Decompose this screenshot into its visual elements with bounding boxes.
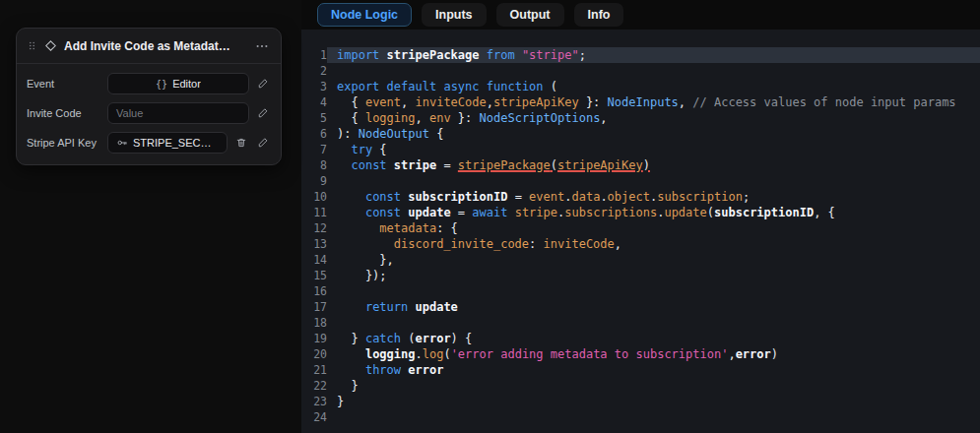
editor-tabs: Node LogicInputsOutputInfo [301,0,980,30]
code-line[interactable]: 15 }); [301,268,980,283]
tab-node-logic[interactable]: Node Logic [317,3,412,27]
key-icon [116,137,128,149]
code-line[interactable]: 19 } catch (error) { [301,331,980,346]
line-number: 2 [301,63,327,79]
field-value: Editor [172,78,201,90]
code-line-content: const stripe = stripePackage(stripeApiKe… [327,157,980,173]
line-number: 21 [301,362,327,378]
code-line-content: { logging, env }: NodeScriptOptions, [327,110,980,126]
app-window: Add Invite Code as Metadat… Event{}Edito… [0,0,980,433]
code-line[interactable]: 14 }, [301,252,980,268]
line-number: 6 [301,126,327,142]
field-stripe-api-key[interactable]: STRIPE_SECRE... [107,132,228,154]
code-line-content [327,409,980,425]
code-line[interactable]: 23} [301,394,980,409]
code-line-content: const update = await stripe.subscription… [327,205,980,220]
delete-button[interactable] [233,135,249,151]
code-line[interactable]: 18 [301,315,980,331]
line-number: 18 [301,315,327,331]
edit-button[interactable] [255,76,271,92]
tab-info[interactable]: Info [574,3,624,27]
field-row-invite-code: Invite CodeValue [27,101,271,125]
code-line[interactable]: 1import stripePackage from "stripe"; [301,47,980,63]
node-type-icon [44,39,57,52]
line-number: 11 [301,205,327,220]
line-number: 1 [301,47,327,63]
field-invite-code[interactable]: Value [107,102,249,124]
code-line[interactable]: 21 throw error [301,362,980,378]
code-line-content: }, [327,252,980,268]
field-placeholder: Value [116,107,143,119]
field-value: STRIPE_SECRE... [133,137,219,149]
pencil-icon [257,137,269,149]
line-number: 16 [301,283,327,299]
node-card[interactable]: Add Invite Code as Metadat… Event{}Edito… [16,28,282,165]
code-line-content: } [327,394,980,409]
field-row-event: Event{}Editor [27,72,271,95]
edit-button[interactable] [255,105,271,121]
field-label: Stripe API Key [27,137,101,149]
code-line[interactable]: 22 } [301,378,980,394]
code-line[interactable]: 12 metadata: { [301,220,980,236]
code-line[interactable]: 13 discord_invite_code: inviteCode, [301,236,980,252]
line-number: 17 [301,299,327,315]
ellipsis-icon [255,39,269,53]
canvas-panel: Add Invite Code as Metadat… Event{}Edito… [0,0,301,433]
field-label: Invite Code [27,107,101,119]
line-number: 22 [301,378,327,394]
braces-icon: {} [156,79,167,90]
code-line[interactable]: 4 { event, inviteCode,stripeApiKey }: No… [301,94,980,110]
code-line-content: export default async function ( [327,79,980,94]
drag-handle-icon[interactable] [27,40,37,51]
line-number: 10 [301,189,327,205]
line-number: 12 [301,220,327,236]
code-line[interactable]: 10 const subscriptionID = event.data.obj… [301,189,980,205]
code-line-content: { event, inviteCode,stripeApiKey }: Node… [327,94,980,110]
line-number: 13 [301,236,327,252]
node-title: Add Invite Code as Metadat… [64,39,246,53]
code-line[interactable]: 24 [301,409,980,425]
code-area[interactable]: 1import stripePackage from "stripe";23ex… [301,30,980,433]
code-line[interactable]: 7 try { [301,142,980,157]
code-line[interactable]: 16 [301,283,980,299]
field-label: Event [27,78,101,90]
trash-icon [235,137,247,149]
tab-inputs[interactable]: Inputs [422,3,487,27]
line-number: 15 [301,268,327,283]
code-line-content [327,173,980,189]
code-line-content: }); [327,268,980,283]
field-row-stripe-api-key: Stripe API KeySTRIPE_SECRE... [27,131,271,155]
pencil-icon [257,78,269,90]
line-number: 14 [301,252,327,268]
line-number: 8 [301,157,327,173]
code-line[interactable]: 11 const update = await stripe.subscript… [301,205,980,220]
code-line-content: return update [327,299,980,315]
code-line-content: throw error [327,362,980,378]
code-line[interactable]: 2 [301,63,980,79]
pencil-icon [257,107,269,119]
code-line-content: logging.log('error adding metadata to su… [327,346,980,362]
tab-output[interactable]: Output [496,3,564,27]
code-line-content: discord_invite_code: inviteCode, [327,236,980,252]
code-line[interactable]: 3export default async function ( [301,79,980,94]
code-line[interactable]: 17 return update [301,299,980,315]
node-menu-button[interactable] [253,37,271,55]
code-line-content: } catch (error) { [327,331,980,346]
code-line-content: const subscriptionID = event.data.object… [327,189,980,205]
code-line[interactable]: 8 const stripe = stripePackage(stripeApi… [301,157,980,173]
editor-panel: Node LogicInputsOutputInfo 1import strip… [301,0,980,433]
field-event[interactable]: {}Editor [107,73,249,94]
code-line[interactable]: 5 { logging, env }: NodeScriptOptions, [301,110,980,126]
code-line-content [327,315,980,331]
code-line[interactable]: 6): NodeOutput { [301,126,980,142]
line-number: 23 [301,394,327,409]
code-line[interactable]: 20 logging.log('error adding metadata to… [301,346,980,362]
code-line-content [327,63,980,79]
line-number: 19 [301,331,327,346]
code-line[interactable]: 9 [301,173,980,189]
line-number: 4 [301,94,327,110]
line-number: 5 [301,110,327,126]
edit-button[interactable] [255,135,271,151]
line-number: 9 [301,173,327,189]
code-line-content [327,283,980,299]
